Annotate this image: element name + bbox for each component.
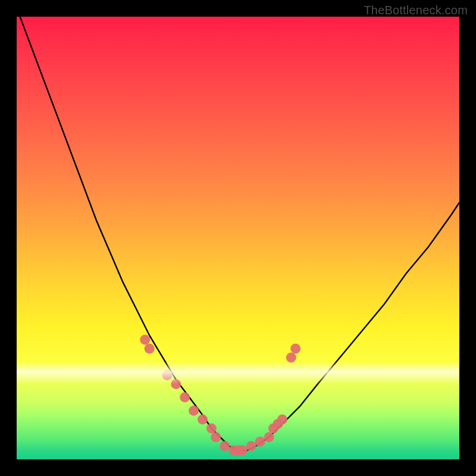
data-marker xyxy=(206,423,217,433)
data-marker xyxy=(198,415,208,425)
data-marker xyxy=(189,406,199,416)
data-marker xyxy=(145,344,155,354)
data-marker xyxy=(264,432,274,442)
data-marker xyxy=(286,352,296,362)
data-marker xyxy=(290,344,300,354)
bottleneck-curve xyxy=(17,8,459,450)
chart-svg xyxy=(17,17,459,459)
data-marker xyxy=(277,415,287,425)
chart-plot-area xyxy=(17,17,459,459)
chart-frame: TheBottleneck.com xyxy=(0,0,476,476)
data-marker xyxy=(220,441,230,451)
data-marker xyxy=(237,446,248,456)
data-markers xyxy=(140,335,300,456)
data-marker xyxy=(171,379,181,389)
data-marker xyxy=(246,441,256,451)
watermark-text: TheBottleneck.com xyxy=(364,4,468,17)
data-marker xyxy=(211,432,221,442)
data-marker xyxy=(255,437,265,447)
data-marker xyxy=(162,370,173,380)
data-marker xyxy=(140,335,150,345)
data-marker xyxy=(180,392,190,402)
